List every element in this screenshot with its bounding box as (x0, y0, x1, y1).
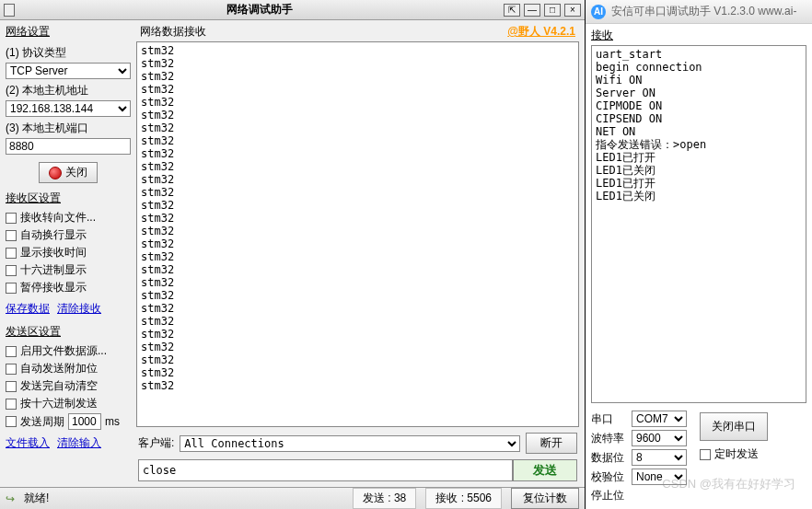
rx-opt-4[interactable]: 暂停接收显示 (6, 280, 131, 295)
rx-line: stm32 (141, 70, 574, 83)
data-rx-label: 网络数据接收 (140, 24, 206, 40)
rx-line: stm32 (141, 199, 574, 212)
rx-line: stm32 (141, 96, 574, 109)
rx-line: stm32 (141, 212, 574, 225)
data-select[interactable]: 8 (632, 449, 687, 466)
baud-select[interactable]: 9600 (632, 430, 687, 446)
status-ready: 就绪! (24, 491, 49, 506)
rx-line: stm32 (141, 379, 574, 392)
close-serial-button[interactable]: 关闭串口 (700, 412, 768, 441)
rx-line: stm32 (141, 315, 574, 328)
rx-opt-1[interactable]: 自动换行显示 (6, 227, 131, 243)
ready-icon: ↪ (6, 492, 15, 505)
protocol-select[interactable]: TCP Server (6, 63, 131, 79)
rx-settings-title: 接收区设置 (6, 191, 131, 206)
serial-select[interactable]: COM7 (632, 411, 687, 427)
rx-opt-0[interactable]: 接收转向文件... (6, 210, 131, 226)
rx-line: stm32 (141, 134, 574, 147)
rx-line: stm32 (141, 186, 574, 199)
data-label: 数据位 (591, 450, 628, 466)
host-select[interactable]: 192.168.138.144 (6, 100, 131, 117)
record-dot-icon (49, 167, 62, 179)
stop-label: 停止位 (591, 488, 628, 503)
rx-line: Wifi ON (596, 74, 802, 87)
reset-count-button[interactable]: 复位计数 (511, 488, 579, 509)
pin-icon[interactable]: ⇱ (504, 4, 520, 17)
statusbar: ↪ 就绪! 发送 : 38 接收 : 5506 复位计数 (0, 487, 585, 509)
client-select[interactable]: All Connections (180, 435, 520, 452)
rx-line: stm32 (141, 173, 574, 186)
send-button[interactable]: 发送 (513, 459, 577, 481)
window-title: 网络调试助手 (15, 2, 504, 17)
serial-label: 串口 (591, 411, 628, 427)
rx-line: 指令发送错误：>open (596, 138, 802, 151)
net-settings-title: 网络设置 (6, 24, 131, 40)
version-watermark: @野人 V4.2.1 (507, 24, 575, 40)
rx-line: stm32 (141, 83, 574, 96)
rx-line: stm32 (141, 225, 574, 237)
rx-line: begin connection (596, 61, 802, 74)
period-input[interactable] (68, 413, 101, 430)
close-connection-button[interactable]: 关闭 (39, 162, 98, 183)
rx-line: stm32 (141, 237, 574, 250)
tx-opt-2[interactable]: 发送完自动清空 (6, 378, 131, 394)
rx-line: NET ON (596, 125, 802, 138)
tx-period-row[interactable]: 发送周期 ms (6, 413, 131, 430)
rx-line: stm32 (141, 160, 574, 173)
tx-settings-title: 发送区设置 (6, 324, 131, 340)
parity-label: 校验位 (591, 469, 628, 485)
rx-line: Server ON (596, 87, 802, 99)
rx-line: LED1已打开 (596, 177, 802, 190)
rx-line: stm32 (141, 44, 574, 57)
right-title: 安信可串口调试助手 V1.2.3.0 www.ai- (611, 4, 796, 19)
baud-label: 波特率 (591, 431, 628, 446)
save-data-link[interactable]: 保存数据 (6, 301, 50, 317)
rx-line: stm32 (141, 276, 574, 289)
clear-rx-link[interactable]: 清除接收 (57, 301, 101, 317)
parity-select[interactable]: None (632, 469, 687, 485)
rx-opt-3[interactable]: 十六进制显示 (6, 262, 131, 278)
rx-line: LED1已关闭 (596, 164, 802, 177)
disconnect-button[interactable]: 断开 (526, 433, 577, 454)
rx-line: CIPMODE ON (596, 99, 802, 112)
rx-line: stm32 (141, 328, 574, 341)
rx-line: CIPSEND ON (596, 112, 802, 125)
rx-line: stm32 (141, 109, 574, 121)
rx-line: stm32 (141, 147, 574, 160)
right-rx-label: 接收 (591, 28, 806, 43)
tx-opt-3[interactable]: 按十六进制发送 (6, 396, 131, 411)
rx-line: stm32 (141, 57, 574, 70)
close-icon[interactable]: × (564, 4, 581, 17)
right-titlebar: AI 安信可串口调试助手 V1.2.3.0 www.ai- (586, 0, 812, 24)
rx-textarea[interactable]: stm32stm32stm32stm32stm32stm32stm32stm32… (136, 41, 579, 427)
client-label: 客户端: (138, 435, 174, 451)
rx-line: stm32 (141, 121, 574, 134)
file-load-link[interactable]: 文件载入 (6, 435, 50, 451)
rx-line: stm32 (141, 353, 574, 366)
rx-line: stm32 (141, 289, 574, 302)
ai-logo-icon: AI (591, 5, 606, 19)
rx-line: stm32 (141, 341, 574, 353)
rx-line: LED1已打开 (596, 151, 802, 164)
tx-opt-1[interactable]: 自动发送附加位 (6, 361, 131, 376)
rx-line: LED1已关闭 (596, 190, 802, 202)
clear-tx-link[interactable]: 清除输入 (57, 435, 101, 451)
right-rx-textarea[interactable]: uart_startbegin connectionWifi ONServer … (591, 45, 806, 403)
tx-input[interactable] (138, 459, 513, 481)
rx-line: stm32 (141, 250, 574, 263)
tx-count: 发送 : 38 (353, 488, 416, 509)
rx-line: stm32 (141, 263, 574, 276)
window-titlebar: 网络调试助手 ⇱ — □ × (0, 0, 585, 20)
rx-line: stm32 (141, 302, 574, 315)
menu-grip[interactable] (4, 4, 15, 17)
maximize-icon[interactable]: □ (544, 4, 561, 17)
timed-send-checkbox[interactable]: 定时发送 (700, 446, 768, 462)
port-input[interactable] (6, 138, 131, 155)
host-label: (2) 本地主机地址 (6, 83, 131, 98)
tx-opt-0[interactable]: 启用文件数据源... (6, 343, 131, 359)
minimize-icon[interactable]: — (524, 4, 540, 17)
rx-line: stm32 (141, 366, 574, 379)
rx-opt-2[interactable]: 显示接收时间 (6, 245, 131, 260)
protocol-label: (1) 协议类型 (6, 45, 131, 61)
rx-count: 接收 : 5506 (425, 488, 502, 509)
